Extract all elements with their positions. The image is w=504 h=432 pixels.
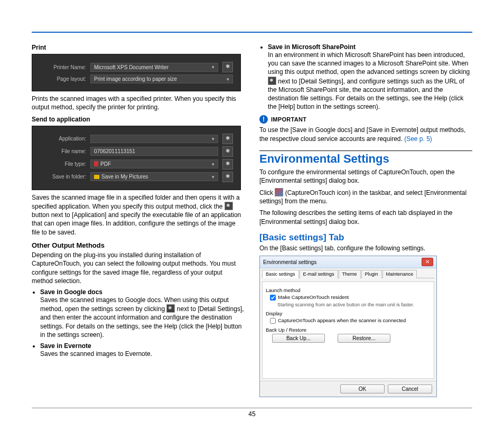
- folder-icon: [94, 175, 99, 179]
- application-field[interactable]: ▾: [90, 135, 218, 143]
- resident-checkbox[interactable]: [270, 295, 276, 300]
- cancel-button[interactable]: Cancel: [388, 384, 432, 393]
- left-column: Print Printer Name: Microsoft XPS Docume…: [32, 43, 245, 397]
- gear-icon: [268, 77, 276, 85]
- tab-plugin[interactable]: Plugin: [361, 270, 382, 278]
- printer-gear-button[interactable]: ✱: [222, 62, 233, 72]
- display-label: Display: [266, 311, 431, 316]
- savefolder-gear-button[interactable]: ✱: [222, 172, 233, 182]
- chevron-down-icon: ▾: [227, 77, 229, 82]
- chevron-down-icon: ▾: [212, 136, 214, 142]
- tab-basic-settings[interactable]: Basic settings: [262, 270, 299, 278]
- top-rule: [32, 32, 472, 33]
- important-body: To use the [Save in Google docs] and [Sa…: [259, 126, 472, 143]
- printer-name-label: Printer Name:: [40, 64, 86, 70]
- printer-name-value: Microsoft XPS Document Writer: [94, 64, 169, 70]
- pdf-icon: [94, 161, 98, 166]
- tab-email-settings[interactable]: E-mail settings: [300, 270, 338, 278]
- application-label: Application:: [40, 136, 86, 142]
- backup-restore-label: Back Up / Restore: [266, 327, 431, 333]
- send-app-body: Saves the scanned image file in a specif…: [32, 193, 245, 237]
- captureontouch-tray-icon: [275, 188, 283, 196]
- save-sharepoint-title: Save in Microsoft SharePoint: [268, 43, 356, 51]
- important-label: IMPORTANT: [271, 116, 306, 123]
- close-button[interactable]: ✕: [422, 258, 433, 266]
- basic-body: On the [Basic settings] tab, configure t…: [259, 244, 472, 252]
- tab-theme[interactable]: Theme: [339, 270, 361, 278]
- filetype-field[interactable]: PDF▾: [90, 159, 218, 168]
- chevron-down-icon: ▾: [212, 162, 214, 167]
- env-p2: Click (CaptureOnTouch icon) in the taskb…: [259, 188, 472, 205]
- display-checkbox-label: CaptureOnTouch appears when the scanner …: [278, 317, 406, 323]
- resident-checkbox-label: Make CaptureOnTouch resident: [278, 294, 349, 300]
- env-p1: To configure the environmental settings …: [259, 168, 472, 185]
- save-google-title: Save in Google docs: [40, 288, 102, 296]
- page-footer: 45: [32, 408, 472, 418]
- savefolder-field[interactable]: Save in My Pictures▾: [90, 172, 218, 181]
- restore-button[interactable]: Restore...: [338, 334, 390, 343]
- sharepoint-list: Save in Microsoft SharePoint In an envir…: [259, 43, 472, 111]
- env-settings-dialog: Environmental settings ✕ Basic settings …: [259, 256, 437, 397]
- display-checkbox[interactable]: [270, 318, 276, 324]
- important-callout: ! IMPORTANT: [259, 115, 472, 124]
- env-settings-heading: Environmental Settings: [259, 152, 472, 166]
- basic-settings-heading: [Basic settings] Tab: [259, 232, 472, 243]
- resident-checkbox-row[interactable]: Make CaptureOnTouch resident: [270, 294, 431, 300]
- chevron-down-icon: ▾: [212, 64, 214, 70]
- list-item: Save in Google docs Saves the scanned im…: [40, 288, 245, 339]
- save-google-body: Saves the scanned images to Google docs.…: [40, 296, 245, 339]
- env-p3: The following describes the setting item…: [259, 209, 472, 226]
- print-settings-panel: Printer Name: Microsoft XPS Document Wri…: [32, 54, 241, 91]
- backup-button[interactable]: Back Up...: [272, 334, 325, 343]
- gear-icon: [166, 304, 175, 313]
- printer-name-field[interactable]: Microsoft XPS Document Writer ▾: [90, 63, 218, 72]
- application-gear-button[interactable]: ✱: [222, 134, 233, 144]
- page-number: 45: [248, 410, 255, 418]
- list-item: Save in Microsoft SharePoint In an envir…: [268, 43, 472, 111]
- page-layout-label: Page layout:: [40, 76, 86, 82]
- other-output-body: Depending on the plug-ins you installed …: [32, 251, 245, 285]
- print-body: Prints the scanned images with a specifi…: [32, 95, 245, 111]
- other-output-heading: Other Output Methods: [32, 241, 245, 250]
- save-evernote-title: Save in Evernote: [40, 342, 91, 350]
- save-evernote-body: Saves the scanned images to Evernote.: [40, 350, 245, 358]
- see-p5-link[interactable]: (See p. 5): [404, 135, 432, 143]
- ok-button[interactable]: OK: [340, 384, 385, 393]
- filetype-label: File type:: [40, 161, 86, 167]
- important-icon: !: [259, 115, 268, 124]
- filename-gear-button[interactable]: ✱: [222, 146, 233, 157]
- print-heading: Print: [32, 43, 245, 52]
- launch-method-label: Launch method: [266, 287, 431, 293]
- save-sharepoint-body: In an environment in which Microsoft Sha…: [268, 51, 472, 111]
- display-checkbox-row[interactable]: CaptureOnTouch appears when the scanner …: [270, 317, 431, 324]
- send-app-heading: Send to application: [32, 115, 245, 124]
- gear-icon: [225, 202, 233, 210]
- section-rule: [259, 151, 472, 151]
- filename-field[interactable]: 07062011113151: [90, 147, 218, 156]
- list-item: Save in Evernote Saves the scanned image…: [40, 342, 245, 358]
- dialog-tabs: Basic settings E-mail settings Theme Plu…: [262, 269, 434, 278]
- page-layout-field[interactable]: Print image according to paper size ▾: [90, 74, 233, 83]
- send-app-panel: Application: ▾ ✱ File name: 070620111131…: [32, 126, 241, 190]
- page-layout-value: Print image according to paper size: [94, 76, 177, 82]
- filename-label: File name:: [40, 148, 86, 154]
- resident-hint: Starting scanning from an active button …: [277, 302, 414, 307]
- filetype-gear-button[interactable]: ✱: [222, 159, 233, 170]
- right-column: Save in Microsoft SharePoint In an envir…: [259, 43, 472, 397]
- dialog-title: Environmental settings: [263, 259, 316, 265]
- savefolder-label: Save in folder:: [40, 174, 86, 180]
- tab-maintenance[interactable]: Maintenance: [382, 270, 417, 278]
- chevron-down-icon: ▾: [212, 174, 214, 180]
- other-output-list: Save in Google docs Saves the scanned im…: [32, 288, 245, 358]
